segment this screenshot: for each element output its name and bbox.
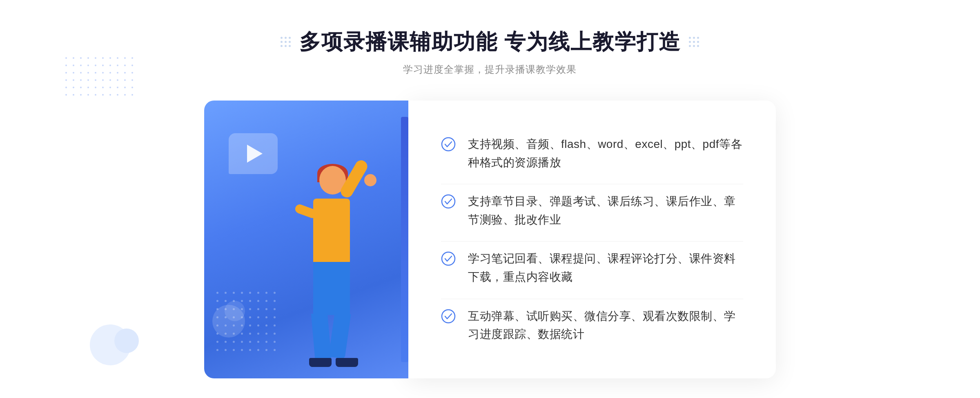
figure-pants (313, 262, 350, 315)
dot (697, 41, 699, 43)
feature-text-3: 学习笔记回看、课程提问、课程评论打分、课件资料下载，重点内容收藏 (468, 250, 743, 286)
figure-leg-right (329, 312, 351, 359)
dot (289, 45, 291, 47)
dot-grid-right (689, 37, 699, 47)
dot (285, 41, 287, 43)
figure-shoe-left (309, 358, 332, 367)
figure-hand-right (364, 174, 376, 186)
feature-item-3: 学习笔记回看、课程提问、课程评论打分、课件资料下载，重点内容收藏 (441, 241, 743, 295)
bg-dots-left: (function() { const container = document… (65, 57, 136, 98)
dot (689, 37, 691, 39)
title-decorator-right (689, 37, 699, 47)
title-decorator-left (281, 37, 291, 47)
dot (285, 37, 287, 39)
dot (285, 45, 287, 47)
dot (697, 37, 699, 39)
title-row: 多项录播课辅助功能 专为线上教学打造 (281, 28, 699, 56)
feature-text-2: 支持章节目录、弹题考试、课后练习、课后作业、章节测验、批改作业 (468, 192, 743, 229)
dot (689, 45, 691, 47)
svg-point-1 (442, 195, 455, 208)
svg-point-3 (442, 310, 455, 323)
figure-leg-left (311, 312, 332, 362)
dot (281, 45, 283, 47)
dot (689, 41, 691, 43)
figure-shoe-right (336, 358, 358, 367)
left-illustration-panel (204, 101, 408, 378)
feature-text-4: 互动弹幕、试听购买、微信分享、观看次数限制、学习进度跟踪、数据统计 (468, 307, 743, 344)
dot (697, 45, 699, 47)
dot (281, 37, 283, 39)
play-triangle-icon (247, 145, 263, 163)
check-circle-icon-1 (441, 137, 456, 152)
page-wrapper: (function() { const container = document… (0, 3, 980, 395)
check-circle-icon-3 (441, 251, 456, 266)
svg-point-2 (442, 252, 455, 265)
feature-text-1: 支持视频、音频、flash、word、excel、ppt、pdf等各种格式的资源… (468, 135, 743, 172)
main-title: 多项录播课辅助功能 专为线上教学打造 (299, 28, 681, 56)
deco-circle-small-bottom (114, 329, 139, 353)
svg-point-0 (442, 138, 455, 151)
left-blue-bar (401, 117, 408, 362)
dot (693, 41, 695, 43)
dot (281, 41, 283, 43)
dot (289, 37, 291, 39)
deco-circle-small (225, 301, 245, 321)
feature-item-1: 支持视频、音频、flash、word、excel、ppt、pdf等各种格式的资源… (441, 127, 743, 180)
dot-grid-left (281, 37, 291, 47)
play-bubble (229, 133, 278, 174)
feature-item-4: 互动弹幕、试听购买、微信分享、观看次数限制、学习进度跟踪、数据统计 (441, 299, 743, 352)
header-section: 多项录播课辅助功能 专为线上教学打造 学习进度全掌握，提升录播课教学效果 (281, 28, 699, 76)
subtitle: 学习进度全掌握，提升录播课教学效果 (403, 63, 577, 76)
content-area: » (204, 101, 776, 378)
figure-illustration (274, 166, 381, 378)
feature-item-2: 支持章节目录、弹题考试、课后练习、课后作业、章节测验、批改作业 (441, 184, 743, 237)
figure-body (313, 199, 350, 264)
check-circle-icon-2 (441, 194, 456, 209)
dot (693, 37, 695, 39)
dot (289, 41, 291, 43)
right-features-panel: 支持视频、音频、flash、word、excel、ppt、pdf等各种格式的资源… (408, 101, 776, 378)
dot (693, 45, 695, 47)
check-circle-icon-4 (441, 309, 456, 324)
